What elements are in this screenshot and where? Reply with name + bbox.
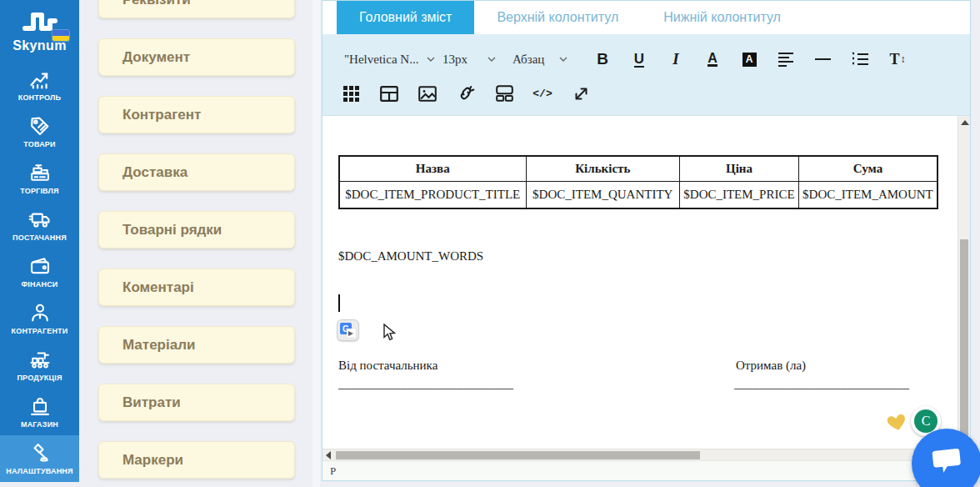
- vertical-scrollbar-thumb[interactable]: [960, 239, 968, 438]
- insert-table-button[interactable]: [379, 83, 399, 104]
- horizontal-rule-button[interactable]: [814, 47, 831, 72]
- sidebar-item-goods[interactable]: ТОВАРИ: [0, 108, 79, 155]
- section-button-product-rows[interactable]: Товарні рядки: [98, 211, 295, 249]
- broken-link-icon: [457, 85, 475, 102]
- section-button-comments[interactable]: Коментарі: [98, 269, 295, 306]
- up-down-arrow-icon: ↕: [901, 53, 906, 65]
- section-button-label: Коментарі: [122, 279, 194, 296]
- italic-button[interactable]: I: [668, 47, 684, 72]
- editor-content-area[interactable]: Назва Кількість Ціна Сума $DOC_ITEM_PROD…: [322, 115, 970, 449]
- tab-label: Нижній колонтитул: [663, 10, 781, 25]
- unlink-button[interactable]: [456, 83, 476, 104]
- section-button-label: Документ: [122, 49, 190, 66]
- sidebar-item-supply[interactable]: ПОСТАЧАННЯ: [0, 202, 79, 249]
- sidebar-item-label: КОНТРОЛЬ: [1, 93, 78, 102]
- shop-bag-icon: [1, 394, 78, 418]
- underline-glyph: U: [634, 52, 644, 68]
- text-color-button[interactable]: A: [704, 47, 721, 72]
- editor-status-bar: P: [322, 460, 970, 480]
- from-supplier-label: Від постачальника: [338, 359, 438, 373]
- sidebar-item-label: КОНТРАГЕНТИ: [1, 327, 78, 335]
- received-by-label: Отримав (ла): [736, 359, 806, 373]
- sidebar-item-label: МАГАЗИН: [1, 420, 78, 429]
- fullscreen-button[interactable]: [571, 83, 591, 104]
- heart-extension-icon[interactable]: [886, 412, 908, 432]
- sidebar-item-production[interactable]: ПРОДУКЦІЯ: [0, 342, 79, 389]
- page-layout-button[interactable]: [494, 83, 514, 104]
- skynum-logo[interactable]: Skynum: [0, 0, 79, 62]
- horizontal-scrollbar[interactable]: [322, 449, 970, 460]
- align-left-button[interactable]: [778, 47, 794, 72]
- sidebar-item-trade[interactable]: ТОРГІВЛЯ: [0, 155, 79, 202]
- amount-words-placeholder: $DOC_AMOUNT_WORDS: [338, 249, 483, 264]
- tab-header[interactable]: Верхній колонтитул: [474, 1, 641, 34]
- background-color-glyph: A: [742, 53, 757, 67]
- sidebar-item-counterparties[interactable]: КОНТРАГЕНТИ: [0, 295, 79, 342]
- signature-line: ____________________________: [734, 377, 909, 391]
- section-button-materials[interactable]: Матеріали: [98, 326, 295, 364]
- section-button-document[interactable]: Документ: [98, 38, 295, 76]
- source-code-button[interactable]: </>: [532, 83, 552, 104]
- ukraine-flag-icon: [52, 30, 69, 41]
- document-items-table: Назва Кількість Ціна Сума $DOC_ITEM_PROD…: [338, 155, 938, 209]
- tab-label: Верхній колонтитул: [497, 10, 618, 25]
- sidebar: Skynum КОНТРОЛЬ ТОВАРИ ТОРГІВЛЯ ПОСТАЧАН…: [0, 0, 79, 470]
- section-button-counterparty[interactable]: Контрагент: [98, 96, 295, 133]
- sidebar-item-shop[interactable]: МАГАЗИН: [0, 389, 79, 435]
- badge-letter: C: [922, 414, 931, 429]
- section-button-delivery[interactable]: Доставка: [98, 153, 295, 191]
- chevron-down-icon: [488, 57, 496, 63]
- section-button-markers[interactable]: Маркери: [98, 441, 295, 479]
- document-canvas[interactable]: Назва Кількість Ціна Сума $DOC_ITEM_PROD…: [322, 116, 958, 449]
- sidebar-item-label: ПРОДУКЦІЯ: [1, 374, 78, 382]
- block-format-dropdown[interactable]: Абзац: [504, 47, 576, 72]
- sidebar-item-control[interactable]: КОНТРОЛЬ: [0, 62, 79, 108]
- sidebar-item-settings[interactable]: НАЛАШТУВАННЯ: [0, 435, 79, 482]
- delivery-truck-icon: [1, 208, 78, 231]
- section-button-expenses[interactable]: Витрати: [98, 384, 295, 421]
- underline-button[interactable]: U: [631, 47, 648, 72]
- image-icon: [418, 86, 437, 102]
- insert-grid-button[interactable]: [341, 83, 361, 104]
- bold-button[interactable]: B: [594, 47, 611, 72]
- insert-image-button[interactable]: [418, 83, 438, 104]
- tab-main-content[interactable]: Головний зміст: [337, 1, 474, 34]
- background-color-button[interactable]: A: [741, 47, 758, 72]
- table-icon: [380, 86, 398, 102]
- signature-line: ____________________________: [338, 377, 513, 391]
- expand-icon: [573, 86, 589, 102]
- font-size-value: 13px: [442, 53, 468, 67]
- gavel-icon: [1, 441, 78, 464]
- section-button-requisites[interactable]: Реквізити: [98, 0, 295, 18]
- ordered-list-button[interactable]: [851, 47, 869, 72]
- tab-footer[interactable]: Нижній колонтитул: [641, 1, 803, 34]
- sections-scrollbar[interactable]: [312, 0, 320, 487]
- sidebar-item-finance[interactable]: ФІНАНСИ: [0, 249, 79, 295]
- sections-panel: Реквізити Документ Контрагент Доставка Т…: [79, 0, 322, 487]
- horizontal-scrollbar-thumb[interactable]: [336, 451, 700, 459]
- chat-widget-button[interactable]: [912, 429, 980, 487]
- editor-toolbar: "Helvetica N... 13px Абзац B U I A A: [322, 34, 970, 115]
- element-path: P: [330, 464, 336, 478]
- vertical-scrollbar[interactable]: [958, 116, 970, 449]
- production-icon: [1, 348, 78, 371]
- align-left-icon: [778, 52, 794, 67]
- text-caret: [338, 294, 340, 312]
- column-header: Кількість: [526, 156, 680, 181]
- section-button-label: Матеріали: [122, 337, 195, 354]
- font-family-value: "Helvetica N...: [344, 53, 418, 67]
- price-tag-icon: [1, 114, 78, 138]
- section-button-label: Маркери: [122, 452, 183, 469]
- column-header: Ціна: [680, 156, 799, 181]
- scroll-left-arrow-icon[interactable]: [326, 451, 331, 459]
- line-height-button[interactable]: T ↕: [889, 47, 906, 72]
- sidebar-item-label: ПОСТАЧАННЯ: [1, 233, 78, 242]
- section-button-label: Контрагент: [122, 107, 201, 123]
- section-button-label: Реквізити: [122, 0, 191, 8]
- google-translate-icon[interactable]: G: [337, 319, 359, 341]
- section-button-label: Товарні рядки: [122, 222, 222, 238]
- chevron-down-icon: [559, 57, 568, 63]
- font-family-dropdown[interactable]: "Helvetica N...: [336, 47, 434, 72]
- scroll-up-arrow-icon[interactable]: [961, 120, 969, 125]
- font-size-dropdown[interactable]: 13px: [434, 47, 504, 72]
